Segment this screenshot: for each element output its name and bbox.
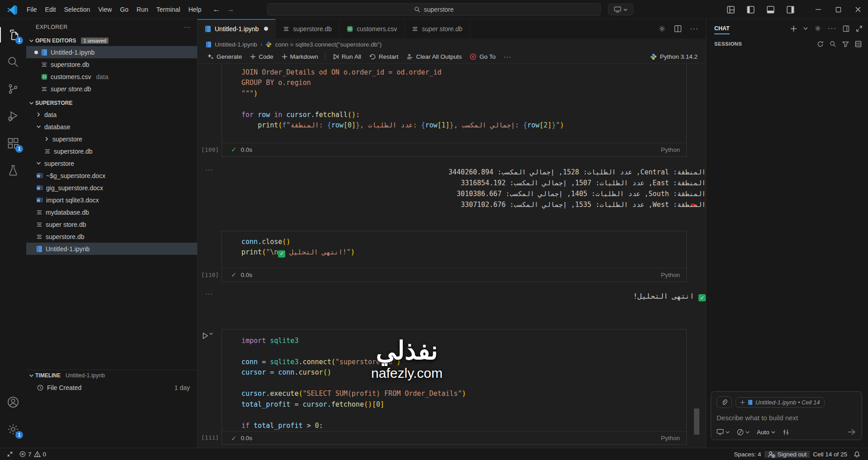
- tab-customers-csv[interactable]: customers.csv: [340, 19, 405, 38]
- new-chat-plus-icon[interactable]: [790, 25, 797, 32]
- tree-item-superstore-db[interactable]: superstore.db: [26, 145, 197, 157]
- breadcrumb-cell[interactable]: conn = sqlite3.connect("superstore.db"): [275, 41, 382, 48]
- chat-settings-gear-icon[interactable]: [814, 25, 821, 32]
- sidebar-item-settings[interactable]: 1: [2, 418, 24, 441]
- timeline-row[interactable]: File Created 1 day: [26, 381, 197, 394]
- menu-edit[interactable]: Edit: [41, 4, 60, 15]
- notebook-cell-3[interactable]: [111]import sqlite3conn = sqlite3.connec…: [222, 329, 687, 445]
- go-to-button[interactable]: Go To: [466, 51, 500, 63]
- tree-folder-superstore[interactable]: superstore: [26, 133, 197, 145]
- mode-picker[interactable]: [737, 429, 750, 436]
- cell-code-editor[interactable]: import sqlite3conn = sqlite3.connect("su…: [222, 329, 686, 432]
- tab-untitled-1-ipynb[interactable]: Untitled-1.ipynb: [198, 19, 276, 38]
- markdown-button[interactable]: Markdown: [278, 51, 322, 63]
- close-window-icon[interactable]: [848, 0, 868, 19]
- sidebar-item-extensions[interactable]: 1: [2, 132, 24, 155]
- more-button[interactable]: ···: [500, 51, 515, 63]
- chat-input-box[interactable]: Untitled-1.ipynb • Cell 14 Describe what…: [711, 391, 862, 440]
- target-picker[interactable]: [717, 429, 730, 435]
- signed-out-status[interactable]: Signed out: [764, 451, 810, 458]
- tree-folder-data[interactable]: data: [26, 108, 197, 121]
- tree-item-mydatabase-db[interactable]: mydatabase.db: [26, 206, 197, 218]
- menu-selection[interactable]: Selection: [60, 4, 94, 15]
- sidebar-item-run-debug[interactable]: [2, 105, 24, 127]
- sidebar-item-search[interactable]: [2, 51, 24, 73]
- tree-item--g-superstore-docx[interactable]: W~$g_superstore.docx: [26, 169, 197, 182]
- vertical-scrollbar[interactable]: [694, 408, 699, 435]
- editor-more-icon[interactable]: ···: [690, 25, 698, 33]
- cell-language-label[interactable]: Python: [661, 272, 680, 278]
- breadcrumb-file[interactable]: Untitled-1.ipynb: [215, 41, 257, 48]
- view-layout-icon[interactable]: [855, 41, 862, 47]
- code-button[interactable]: Code: [246, 51, 277, 63]
- explorer-more-icon[interactable]: ···: [184, 24, 191, 30]
- tools-icon[interactable]: [783, 429, 789, 436]
- sidebar-item-testing[interactable]: [2, 159, 24, 182]
- tree-item-untitled-1-ipynb[interactable]: Untitled-1.ipynb: [26, 243, 197, 255]
- maximize-panel-icon[interactable]: [856, 25, 863, 32]
- open-editor-customers-csv[interactable]: customers.csvdata: [26, 70, 197, 83]
- notebook-cell-2[interactable]: [110]conn.close()print("\n✓ انتهى التحلي…: [222, 231, 687, 282]
- chevron-down-icon[interactable]: [803, 27, 808, 30]
- run-all-button[interactable]: Run All: [328, 51, 365, 63]
- run-cell-button[interactable]: [202, 332, 213, 339]
- open-editor-super-store-db[interactable]: super store.db: [26, 83, 197, 95]
- attach-paperclip-icon[interactable]: [717, 396, 732, 408]
- tree-item-superstore-db[interactable]: superstore.db: [26, 230, 197, 243]
- sidebar-item-explorer[interactable]: 1: [2, 23, 24, 46]
- cell-code-editor[interactable]: conn.close()print("\n✓ انتهى التحليل!"): [222, 231, 686, 268]
- sidebar-item-source-control[interactable]: [2, 78, 24, 100]
- chat-more-icon[interactable]: ···: [828, 24, 836, 33]
- tab-superstore-db[interactable]: superstore.db: [276, 19, 340, 38]
- menu-terminal[interactable]: Terminal: [152, 4, 184, 15]
- notifications-bell-icon[interactable]: [850, 451, 863, 458]
- split-editor-icon[interactable]: [674, 25, 682, 33]
- open-editor-superstore-db[interactable]: superstore.db: [26, 58, 197, 70]
- tab-super-store-db[interactable]: super store.db: [405, 19, 470, 38]
- tree-item-gig-superstore-docx[interactable]: Wgig_superstore.docx: [26, 182, 197, 194]
- model-picker[interactable]: Auto: [757, 429, 775, 436]
- generate-button[interactable]: Generate: [203, 51, 246, 63]
- notebook-settings-gear-icon[interactable]: [658, 25, 666, 33]
- chat-placeholder[interactable]: Describe what to build next: [717, 414, 856, 422]
- menu-view[interactable]: View: [94, 4, 116, 15]
- tree-folder-database[interactable]: database: [26, 121, 197, 133]
- clear-all-outputs-button[interactable]: Clear All Outputs: [402, 51, 466, 63]
- toggle-panel-icon[interactable]: [760, 0, 780, 19]
- cell-position-status[interactable]: Cell 14 of 25: [810, 451, 850, 458]
- remote-indicator-icon[interactable]: [4, 448, 16, 460]
- customize-layout-icon[interactable]: [721, 0, 741, 19]
- menu-run[interactable]: Run: [132, 4, 152, 15]
- problems-indicator[interactable]: 7 0: [16, 448, 49, 460]
- output-options-icon[interactable]: ···: [205, 290, 213, 297]
- menu-file[interactable]: File: [23, 4, 41, 15]
- toggle-secondary-sidebar-icon[interactable]: [780, 0, 800, 19]
- workspace-header[interactable]: SUPERSTORE: [26, 98, 197, 108]
- cell-code-editor[interactable]: FROM Orders oJOIN Order_Details od ON o.…: [222, 64, 686, 143]
- nav-back-icon[interactable]: ←: [212, 5, 220, 14]
- minimize-icon[interactable]: [808, 0, 828, 19]
- refresh-icon[interactable]: [817, 41, 824, 47]
- screencast-toggle-button[interactable]: [608, 4, 633, 15]
- filter-icon[interactable]: [842, 41, 849, 47]
- notebook-cell-1[interactable]: [109]FROM Orders oJOIN Order_Details od …: [222, 64, 687, 157]
- cell-language-label[interactable]: Python: [661, 146, 680, 153]
- notebook-cells-area[interactable]: [109]FROM Orders oJOIN Order_Details od …: [198, 64, 706, 448]
- open-in-editor-icon[interactable]: [843, 25, 849, 32]
- indentation-status[interactable]: Spaces: 4: [731, 451, 764, 458]
- tab-chat[interactable]: CHAT: [714, 20, 730, 37]
- timeline-header[interactable]: TIMELINE Untitled-1.ipynb: [26, 370, 197, 381]
- command-center-search[interactable]: superstore: [267, 3, 601, 16]
- kernel-picker[interactable]: Python 3.14.2: [650, 53, 706, 60]
- nav-forward-icon[interactable]: →: [226, 5, 234, 14]
- open-editors-header[interactable]: OPEN EDITORS 1 unsaved: [26, 35, 197, 46]
- context-chip[interactable]: Untitled-1.ipynb • Cell 14: [736, 397, 825, 408]
- cell-language-label[interactable]: Python: [661, 435, 680, 441]
- tree-item-import-sqlite3-docx[interactable]: Wimport sqlite3.docx: [26, 194, 197, 206]
- menu-go[interactable]: Go: [116, 4, 132, 15]
- maximize-icon[interactable]: [828, 0, 848, 19]
- open-editor-untitled-1-ipynb[interactable]: Untitled-1.ipynb: [26, 46, 197, 58]
- menu-help[interactable]: Help: [184, 4, 206, 15]
- tree-folder-superstore[interactable]: superstore: [26, 157, 197, 169]
- sidebar-item-account[interactable]: [2, 391, 24, 413]
